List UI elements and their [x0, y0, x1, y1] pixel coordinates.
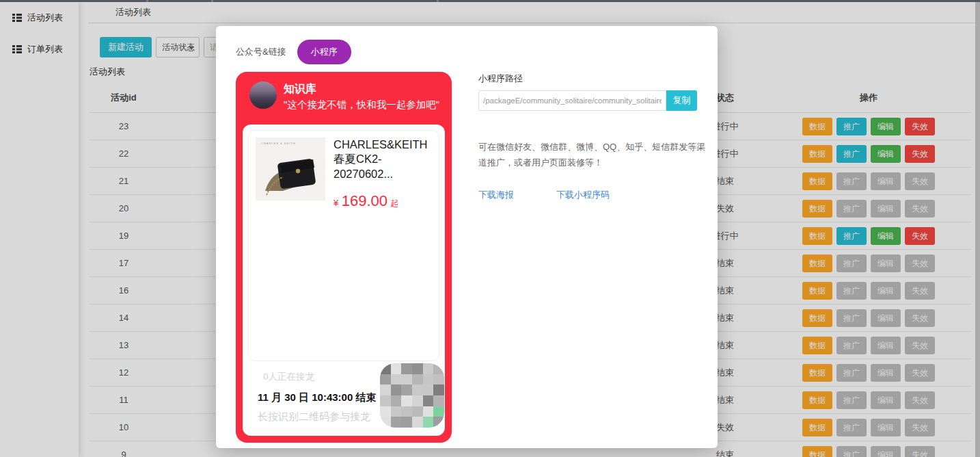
- product-brand-mark: CHARLES & KEITH: [261, 142, 296, 145]
- share-nickname: 知识库: [284, 82, 439, 95]
- share-card-header: 知识库 "这个接龙不错，快和我一起参加吧": [236, 72, 452, 112]
- path-label: 小程序路径: [478, 73, 704, 85]
- handbag-illustration: [256, 138, 325, 200]
- download-qr-link[interactable]: 下载小程序码: [556, 189, 610, 201]
- product-section: CHARLES & KEITH CHARLES&KEITH 春夏CK2-: [248, 130, 439, 361]
- share-modal: 公众号&链接 小程序 知识库 "这个接龙不错，快和我一起参加吧" CHARLES…: [216, 26, 718, 448]
- download-poster-link[interactable]: 下载海报: [478, 189, 514, 201]
- product-price: ¥ 169.00 起: [334, 192, 432, 210]
- modal-tabs: 公众号&链接 小程序: [216, 26, 718, 64]
- download-links: 下载海报 下载小程序码: [478, 189, 704, 201]
- share-card-body: CHARLES & KEITH CHARLES&KEITH 春夏CK2-: [243, 125, 445, 436]
- mini-program-path-section: 小程序路径 复制 可在微信好友、微信群、微博、QQ、知乎、短信群发等渠道推广，或…: [478, 73, 704, 201]
- avatar: [249, 81, 277, 109]
- promo-description: 可在微信好友、微信群、微博、QQ、知乎、短信群发等渠道推广，或者用户页面装修等！: [478, 140, 711, 171]
- product-image: CHARLES & KEITH: [256, 138, 325, 200]
- qr-code-blurred: [380, 363, 444, 428]
- copy-button[interactable]: 复制: [666, 90, 697, 111]
- share-quote: "这个接龙不错，快和我一起参加吧": [284, 99, 439, 112]
- share-preview-card: 知识库 "这个接龙不错，快和我一起参加吧" CHARLES & KEITH: [236, 72, 452, 443]
- path-input[interactable]: [478, 90, 666, 111]
- product-title: CHARLES&KEITH 春夏CK2-20270602...: [334, 138, 432, 181]
- tab-official-account-link[interactable]: 公众号&链接: [236, 46, 286, 58]
- share-card-footer: 0人正在接龙 11 月 30 日 10:43:00 结束 长按识别二维码参与接龙: [243, 361, 445, 436]
- tab-mini-program[interactable]: 小程序: [297, 40, 351, 64]
